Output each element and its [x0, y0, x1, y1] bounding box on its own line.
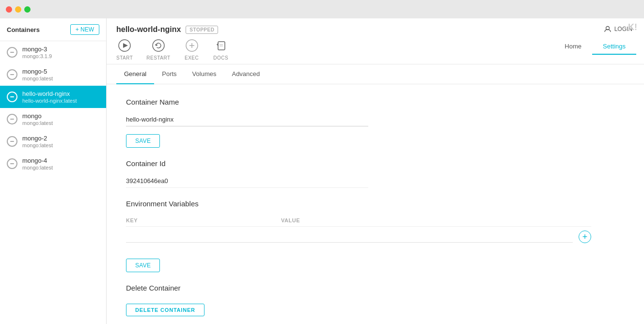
item-sub: mongo:latest	[22, 142, 53, 148]
item-text: mongo-4 mongo:latest	[22, 157, 53, 170]
restart-label: RESTART	[146, 55, 170, 61]
sidebar-list: mongo-3 mongo:3.1.9 mongo-5 mongo:latest…	[0, 41, 106, 324]
user-icon	[604, 25, 612, 33]
env-value-input[interactable]	[281, 231, 573, 243]
item-name: mongo-2	[22, 135, 53, 142]
docs-label: DOCS	[213, 55, 228, 61]
item-text: mongo-3 mongo:3.1.9	[22, 46, 52, 59]
docs-icon-container	[213, 38, 229, 53]
minimize-button[interactable]	[15, 6, 21, 13]
item-sub: mongo:latest	[22, 165, 53, 170]
new-container-button[interactable]: + NEW	[70, 24, 99, 35]
restart-icon	[152, 39, 165, 52]
subtab-advanced[interactable]: Advanced	[224, 64, 267, 84]
env-header-row: KEY VALUE	[126, 215, 591, 227]
item-text: mongo-5 mongo:latest	[22, 68, 53, 81]
item-status-icon	[7, 47, 17, 58]
item-name: mongo-5	[22, 68, 53, 75]
sidebar: Containers + NEW mongo-3 mongo:3.1.9 mon…	[0, 18, 107, 324]
save-name-button[interactable]: SAVE	[126, 134, 160, 148]
item-status-icon	[7, 136, 17, 147]
nav-tab-settings[interactable]: Settings	[592, 39, 636, 55]
ki-logo: K!	[621, 18, 644, 36]
container-name-label: Container Name	[126, 98, 625, 106]
close-button[interactable]	[6, 6, 12, 13]
exec-icon	[185, 39, 199, 52]
delete-section-label: Delete Container	[126, 284, 625, 292]
docs-icon	[214, 39, 228, 52]
status-badge: STOPPED	[186, 26, 218, 34]
item-status-icon	[7, 158, 17, 169]
titlebar	[0, 0, 644, 18]
exec-label: EXEC	[185, 55, 199, 61]
container-title-row: hello-world-nginx STOPPED	[107, 18, 546, 38]
container-id-value: 392410646ea0	[126, 174, 368, 188]
item-sub: mongo:3.1.9	[22, 53, 52, 59]
item-name: mongo-3	[22, 46, 52, 53]
start-button[interactable]: START	[116, 38, 133, 61]
item-text: mongo mongo:latest	[22, 112, 53, 126]
item-icon-dash	[10, 163, 14, 164]
subtab-volumes[interactable]: Volumes	[185, 64, 224, 84]
docs-button[interactable]: DOCS	[213, 38, 229, 61]
traffic-lights	[6, 6, 31, 13]
env-vars-label: Environment Variables	[126, 200, 625, 208]
item-sub: mongo:latest	[22, 76, 53, 81]
sidebar-item-mongo-5[interactable]: mongo-5 mongo:latest	[0, 63, 106, 86]
settings-content: Container Name SAVE Container Id 3924106…	[107, 84, 644, 324]
start-label: START	[116, 55, 133, 61]
sidebar-header: Containers + NEW	[0, 18, 106, 41]
actions-row: START RESTART EXEC DOCS	[107, 38, 546, 61]
item-sub: mongo:latest	[22, 120, 53, 126]
item-name: hello-world-nginx	[22, 90, 77, 97]
exec-icon-container	[184, 38, 200, 53]
svg-marker-1	[123, 43, 128, 48]
item-text: hello-world-nginx hello-world-nginx:late…	[22, 90, 77, 104]
item-status-icon	[7, 114, 17, 124]
topbar-left: hello-world-nginx STOPPED START RESTART …	[107, 18, 546, 64]
sidebar-item-mongo-3[interactable]: mongo-3 mongo:3.1.9	[0, 41, 106, 63]
container-title: hello-world-nginx	[116, 25, 181, 34]
nav-tab-home[interactable]: Home	[554, 39, 592, 55]
env-input-row: +	[126, 227, 591, 247]
home-settings-nav: HomeSettings	[554, 39, 636, 55]
delete-section: Delete Container DELETE CONTAINER	[126, 284, 625, 316]
sidebar-title: Containers	[7, 26, 40, 33]
restart-icon-container	[151, 38, 166, 53]
save-env-button[interactable]: SAVE	[126, 259, 160, 272]
subtab-general[interactable]: General	[116, 64, 154, 84]
delete-container-button[interactable]: DELETE CONTAINER	[126, 304, 204, 316]
add-env-button[interactable]: +	[579, 231, 591, 243]
svg-point-2	[153, 40, 164, 51]
exec-button[interactable]: EXEC	[184, 38, 200, 61]
topbar: hello-world-nginx STOPPED START RESTART …	[107, 18, 644, 64]
sidebar-item-mongo-2[interactable]: mongo-2 mongo:latest	[0, 130, 106, 153]
subtabs: GeneralPortsVolumesAdvanced	[107, 64, 644, 84]
item-icon-dash	[10, 74, 14, 75]
item-icon-dash	[10, 141, 14, 142]
sidebar-item-mongo-4[interactable]: mongo-4 mongo:latest	[0, 153, 106, 175]
sidebar-item-hello-world-nginx[interactable]: hello-world-nginx hello-world-nginx:late…	[0, 86, 106, 108]
item-icon-dash	[10, 96, 14, 97]
env-table: KEY VALUE +	[126, 215, 591, 247]
item-name: mongo	[22, 112, 53, 120]
container-id-label: Container Id	[126, 159, 625, 168]
item-status-icon	[7, 69, 17, 80]
app: Containers + NEW mongo-3 mongo:3.1.9 mon…	[0, 18, 644, 324]
item-icon-dash	[10, 52, 14, 53]
restart-button[interactable]: RESTART	[146, 38, 170, 61]
subtab-ports[interactable]: Ports	[154, 64, 184, 84]
item-sub: hello-world-nginx:latest	[22, 98, 77, 104]
item-icon-dash	[10, 119, 14, 120]
start-icon-container	[117, 38, 132, 53]
env-key-input[interactable]	[126, 231, 281, 243]
container-name-input[interactable]	[126, 113, 368, 126]
sidebar-item-mongo[interactable]: mongo mongo:latest	[0, 108, 106, 130]
item-status-icon	[7, 92, 17, 102]
env-key-header: KEY	[126, 217, 281, 223]
content-area: hello-world-nginx STOPPED START RESTART …	[107, 18, 644, 324]
item-name: mongo-4	[22, 157, 53, 164]
maximize-button[interactable]	[24, 6, 31, 13]
start-icon	[118, 39, 131, 52]
item-text: mongo-2 mongo:latest	[22, 135, 53, 148]
